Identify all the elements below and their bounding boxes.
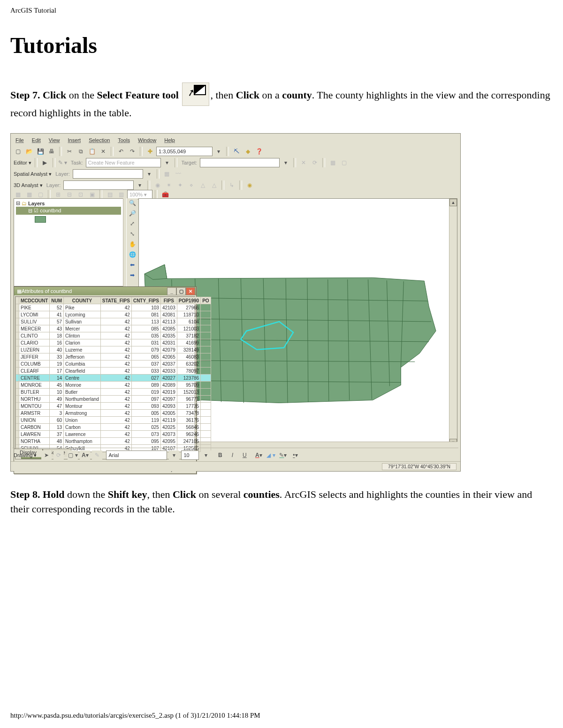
menu-edit[interactable]: Edit bbox=[32, 137, 41, 143]
menu-selection[interactable]: Selection bbox=[89, 137, 110, 143]
3d-chart-icon[interactable]: ↳ bbox=[227, 180, 237, 190]
redo-icon[interactable]: ↷ bbox=[127, 147, 137, 156]
rotate-icon[interactable]: ⟳ bbox=[310, 158, 320, 167]
col-header[interactable]: CNTY_FIPS bbox=[131, 297, 160, 304]
t3-icon[interactable]: ▢ bbox=[35, 190, 46, 199]
rotate-element-icon[interactable]: ⟳ bbox=[53, 450, 64, 460]
editor-toolbar-icon[interactable]: ⛏ bbox=[231, 147, 242, 156]
menu-insert[interactable]: Insert bbox=[68, 137, 81, 143]
sketch-tool-icon[interactable]: ✎ ▾ bbox=[58, 158, 68, 167]
close-button[interactable]: ✕ bbox=[186, 287, 195, 295]
table-row[interactable]: COLUMB19Columbia420374203763202 bbox=[16, 360, 211, 368]
t9-icon[interactable]: ▥ bbox=[116, 190, 126, 199]
3d-layer-select[interactable] bbox=[63, 180, 134, 190]
attribute-grid[interactable]: MCDCOUNTNUMCOUNTYSTATE_FIPSCNTY_FIPSFIPS… bbox=[15, 296, 195, 459]
zoom-out-icon[interactable]: 🔎 bbox=[127, 209, 137, 218]
table-row[interactable]: LUZERN40Luzerne4207942079328149 bbox=[16, 346, 211, 353]
full-extent-icon[interactable]: 🌐 bbox=[127, 250, 137, 259]
t7-icon[interactable]: ▣ bbox=[87, 190, 97, 199]
t6-icon[interactable]: ⊡ bbox=[76, 190, 86, 199]
3d-contour-icon[interactable]: ◉ bbox=[152, 180, 163, 190]
open-icon[interactable]: 📂 bbox=[24, 147, 34, 156]
sketch-props-icon[interactable]: ✕ bbox=[298, 158, 309, 167]
table-row[interactable]: MERCER43Mercer4208542085121003 bbox=[16, 325, 211, 332]
spatial-dropdown-icon[interactable]: ▾ bbox=[144, 169, 154, 179]
fixed-zoom-in-icon[interactable]: ⤢ bbox=[127, 219, 137, 228]
edit-pointer-icon[interactable]: ▶ bbox=[40, 158, 50, 167]
col-header[interactable]: STATE_FIPS bbox=[100, 297, 131, 304]
table-of-contents[interactable]: ⊟🗂Layers ⊟ ☑ countbnd bbox=[14, 198, 123, 286]
col-header[interactable]: NUM bbox=[50, 297, 64, 304]
maximize-button[interactable]: ▢ bbox=[176, 287, 186, 295]
target-dropdown-icon[interactable]: ▾ bbox=[281, 158, 291, 167]
save-icon[interactable]: 💾 bbox=[35, 147, 46, 156]
scroll-up-icon[interactable]: ▲ bbox=[449, 199, 457, 206]
t1-icon[interactable]: ▦ bbox=[13, 190, 23, 199]
3d-profile-icon[interactable]: △ bbox=[198, 180, 208, 190]
3d-steepest-icon[interactable]: ✶ bbox=[164, 180, 174, 190]
table-row[interactable]: NORTHA48Northampton4209542095247105 bbox=[16, 438, 211, 445]
add-data-icon[interactable]: ✚ bbox=[145, 147, 155, 156]
table-row[interactable]: SULLIV57Sullivan42113421136104 bbox=[16, 318, 211, 325]
menu-help[interactable]: Help bbox=[164, 137, 175, 143]
edit-vertices-icon[interactable]: ✎ bbox=[92, 450, 102, 460]
new-icon[interactable]: ▢ bbox=[13, 147, 23, 156]
table-row[interactable]: LYCOMI41Lycoming4208142081118710 bbox=[16, 311, 211, 318]
menu-window[interactable]: Window bbox=[138, 137, 156, 143]
table-row[interactable]: CLINTO18Clinton420354203537182 bbox=[16, 332, 211, 339]
arcscene-icon[interactable]: ◉ bbox=[244, 180, 255, 190]
zoom-in-icon[interactable]: 🔍 bbox=[127, 198, 137, 208]
select-element-icon[interactable]: ➤ bbox=[41, 450, 52, 460]
print-icon[interactable]: 🖶 bbox=[46, 147, 57, 156]
col-header[interactable]: FIPS bbox=[160, 297, 177, 304]
attribute-table-titlebar[interactable]: ▦ Attributes of countbnd _ ▢ ✕ bbox=[14, 287, 196, 295]
undo-icon[interactable]: ↶ bbox=[116, 147, 126, 156]
editor-task-select[interactable]: Create New Feature bbox=[86, 158, 161, 167]
cut-icon[interactable]: ✂ bbox=[64, 147, 75, 156]
line-color-icon[interactable]: ✎ ▾ bbox=[278, 450, 288, 460]
copy-icon[interactable]: ⧉ bbox=[76, 147, 86, 156]
prev-extent-icon[interactable]: ⬅ bbox=[127, 260, 137, 270]
zoom-pct[interactable]: 100% ▾ bbox=[127, 190, 152, 199]
font-name-select[interactable]: Arial bbox=[106, 450, 167, 460]
next-extent-icon[interactable]: ➡ bbox=[127, 270, 137, 280]
histogram-icon[interactable]: ▦ bbox=[162, 169, 172, 179]
italic-icon[interactable]: I bbox=[227, 450, 237, 460]
spatial-analyst-label[interactable]: Spatial Analyst ▾ bbox=[13, 171, 53, 177]
spatial-layer-select[interactable] bbox=[73, 169, 143, 179]
3d-extrude-icon[interactable]: △ bbox=[209, 180, 219, 190]
font-size-select[interactable]: 10 bbox=[181, 450, 199, 460]
fontsize-dropdown-icon[interactable]: ▾ bbox=[201, 450, 211, 460]
table-row[interactable]: MONROE45Monroe420894208995709 bbox=[16, 382, 211, 389]
col-header[interactable]: POP1990 bbox=[177, 297, 200, 304]
editor-target-select[interactable] bbox=[200, 158, 280, 167]
t8-icon[interactable]: ▤ bbox=[105, 190, 115, 199]
font-color-icon[interactable]: A ▾ bbox=[253, 450, 264, 460]
map-scale-input[interactable]: 1:3,055,049 bbox=[156, 147, 213, 156]
underline-icon[interactable]: U bbox=[239, 450, 250, 460]
table-row[interactable]: UNION60Union421194211936176 bbox=[16, 417, 211, 424]
t4-icon[interactable]: ⊞ bbox=[53, 190, 63, 199]
col-header[interactable]: MCDCOUNT bbox=[19, 297, 50, 304]
menu-tools[interactable]: Tools bbox=[118, 137, 130, 143]
table-row[interactable]: ARMSTR3Armstrong420054200573478 bbox=[16, 410, 211, 417]
marker-color-icon[interactable]: • ▾ bbox=[290, 450, 300, 460]
table-row[interactable]: CENTRE14Centre4202742027123786 bbox=[16, 375, 211, 382]
table-row[interactable]: PIKE52Pike421034210327966 bbox=[16, 304, 211, 311]
toc-layer-countbnd[interactable]: ⊟ ☑ countbnd bbox=[16, 207, 121, 215]
font-dropdown-icon[interactable]: ▾ bbox=[169, 450, 179, 460]
table-row[interactable]: MONTOU47Montour420934209317735 bbox=[16, 403, 211, 410]
pan-icon[interactable]: ✋ bbox=[127, 240, 137, 249]
col-header[interactable]: COUNTY bbox=[64, 297, 101, 304]
new-text-icon[interactable]: A ▾ bbox=[80, 450, 90, 460]
delete-icon[interactable]: ✕ bbox=[98, 147, 108, 156]
3d-dropdown-icon[interactable]: ▾ bbox=[135, 180, 145, 190]
drawing-label[interactable]: Drawing ▾ bbox=[13, 452, 38, 458]
menu-file[interactable]: File bbox=[15, 137, 24, 143]
toc-collapse-icon[interactable]: ⊟ bbox=[16, 200, 20, 206]
arc-catalog-icon[interactable]: ◆ bbox=[243, 147, 253, 156]
table-row[interactable]: LAWREN37Lawrence420734207396246 bbox=[16, 431, 211, 438]
toolbox-icon[interactable]: 🧰 bbox=[160, 190, 170, 199]
task-dropdown-icon[interactable]: ▾ bbox=[162, 158, 172, 167]
table-row[interactable]: JEFFER33Jefferson420654206546083 bbox=[16, 353, 211, 360]
